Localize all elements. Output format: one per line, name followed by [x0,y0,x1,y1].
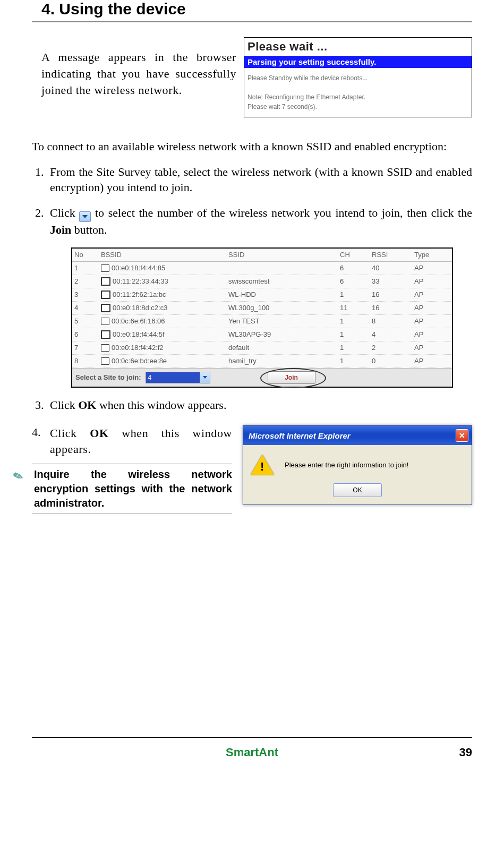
cell-ssid: hamil_try [228,356,340,366]
cell-type: AP [414,330,446,339]
table-row[interactable]: 400:e0:18:8d:c2:c3WL300g_1001116AP [72,302,452,315]
cell-ch: 1 [340,317,372,326]
ok-word: OK [78,398,96,412]
cell-no: 1 [74,263,101,273]
cell-rssi: 40 [372,263,414,273]
site-select-value: 4 [146,372,200,383]
table-row[interactable]: 600:e0:18:f4:44:5fWL30APG-3914AP [72,328,452,341]
cell-type: AP [414,290,446,300]
col-rssi: RSSI [372,250,414,260]
cell-ch: 1 [340,290,372,300]
select-site-label: Select a Site to join: [75,373,141,382]
table-row[interactable]: 500:0c:6e:6f:16:06Yen TEST18AP [72,315,452,328]
step-3-text-b: when this window appears. [96,398,226,412]
cell-bssid: 00:0c:6e:bd:ee:8e [101,356,228,366]
computer-icon [101,304,110,312]
cell-type: AP [414,317,446,326]
cell-rssi: 16 [372,290,414,300]
please-wait-box-figure: Please wait ... Parsing your setting suc… [244,37,472,117]
paragraph-connect: To connect to an available wireless netw… [32,139,472,155]
cell-no: 2 [74,277,101,286]
computer-icon [101,344,109,352]
cell-ssid: Yen TEST [228,317,340,326]
warning-triangle-icon [251,455,274,475]
cell-bssid: 00:11:22:33:44:33 [101,277,228,286]
cell-rssi: 2 [372,343,414,353]
cell-bssid: 00:e0:18:f4:44:5f [101,330,228,339]
cell-bssid: 00:e0:18:f4:42:f2 [101,343,228,353]
cell-ch: 1 [340,343,372,353]
computer-icon [101,290,110,299]
cell-no: 8 [74,356,101,366]
table-row[interactable]: 800:0c:6e:bd:ee:8ehamil_try10AP [72,355,452,368]
site-select-dropdown[interactable]: 4 [146,372,210,383]
cell-no: 3 [74,290,101,300]
dialog-titlebar: Microsoft Internet Explorer ✕ [243,426,472,445]
cell-no: 5 [74,317,101,326]
step-2-text-b: to select the number of the wireless net… [95,206,472,219]
cell-rssi: 4 [372,330,414,339]
step-2-text-a: Click [50,206,79,219]
step-1: From the Site Survey table, select the w… [47,164,472,195]
table-row[interactable]: 100:e0:18:f4:44:85640AP [72,262,452,275]
waitbox-title: Please wait ... [244,38,472,56]
step-2-text-c: button. [71,223,107,236]
cell-rssi: 33 [372,277,414,286]
intro-paragraph: A message appears in the browser indicat… [41,49,236,106]
cell-ssid: default [228,343,340,353]
close-icon[interactable]: ✕ [456,429,468,442]
cell-ssid: WL300g_100 [228,303,340,313]
col-bssid: BSSID [101,250,228,260]
cell-no: 7 [74,343,101,353]
col-ch: CH [340,250,372,260]
step-3-text-a: Click [50,398,78,412]
footer-brand: SmartAnt [226,746,278,759]
divider [32,21,472,22]
note-text: Inquire the wireless network encryption … [34,467,232,510]
footer-page-number: 39 [459,746,472,759]
cell-ssid: WL30APG-39 [228,330,340,339]
cell-type: AP [414,356,446,366]
step-2: Click to select the number of the wirele… [47,205,472,388]
table-row[interactable]: 700:e0:18:f4:42:f2default12AP [72,341,452,355]
pencil-note-icon: ✎ [11,466,37,511]
site-survey-figure: No BSSID SSID CH RSSI Type 100:e0:18:f4:… [71,247,453,388]
col-ssid: SSID [228,250,340,260]
internet-explorer-dialog-figure: Microsoft Internet Explorer ✕ Please ent… [243,425,472,505]
survey-footer: Select a Site to join: 4 Join [72,368,452,387]
step-3: Click OK when this window appears. [47,397,472,413]
waitbox-line: Please wait 7 second(s). [247,102,468,112]
cell-type: AP [414,343,446,353]
cell-ch: 11 [340,303,372,313]
cell-bssid: 00:11:2f:62:1a:bc [101,290,228,300]
cell-bssid: 00:e0:18:8d:c2:c3 [101,303,228,313]
dropdown-arrow-icon [79,211,91,222]
note-callout: ✎ Inquire the wireless network encryptio… [32,464,232,514]
cell-type: AP [414,263,446,273]
cell-ssid: swisscomtest [228,277,340,286]
cell-ssid: WL-HDD [228,290,340,300]
survey-header-row: No BSSID SSID CH RSSI Type [72,249,452,262]
highlight-ellipse [260,368,326,388]
cell-no: 4 [74,303,101,313]
computer-icon [101,357,109,365]
table-row[interactable]: 300:11:2f:62:1a:bcWL-HDD116AP [72,288,452,302]
page-footer: SmartAnt 39 [32,737,472,760]
computer-icon [101,264,109,272]
cell-rssi: 0 [372,356,414,366]
computer-icon [101,330,110,339]
cell-rssi: 8 [372,317,414,326]
cell-rssi: 16 [372,303,414,313]
cell-no: 6 [74,330,101,339]
dialog-message: Please enter the right information to jo… [285,461,408,469]
cell-ch: 1 [340,356,372,366]
join-word: Join [50,223,71,236]
ok-button[interactable]: OK [333,483,382,497]
chevron-down-icon[interactable] [200,372,210,383]
cell-type: AP [414,303,446,313]
table-row[interactable]: 200:11:22:33:44:33swisscomtest633AP [72,275,452,288]
cell-type: AP [414,277,446,286]
waitbox-line: Please Standby while the device reboots.… [247,73,468,83]
ok-word: OK [90,426,108,440]
step-4: Click OK when this window appears. [50,425,232,457]
